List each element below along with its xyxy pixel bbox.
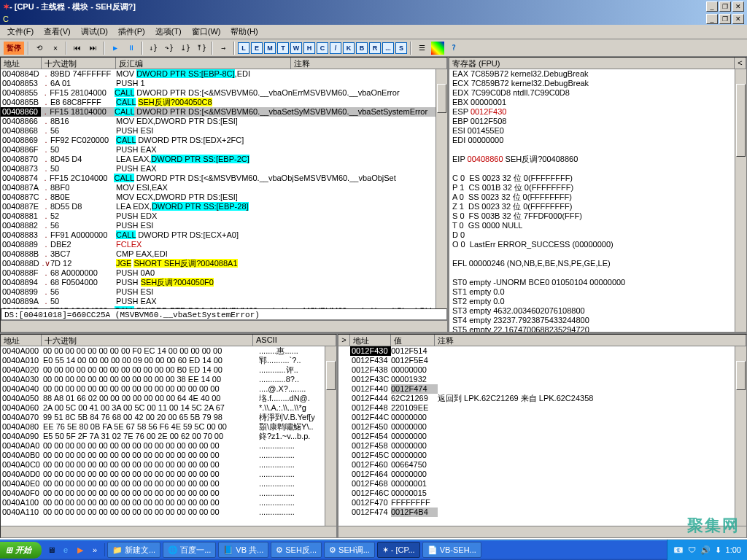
taskbar-item[interactable]: 📘VB 共... [218,542,268,558]
stack-row[interactable]: 0012F4400012F474 [338,384,746,394]
stepinto-button[interactable]: ↓} [146,41,160,55]
taskbar-item[interactable]: 📁新建文... [107,542,160,558]
disasm-row[interactable]: 0040889A.50PUSH EAX [1,297,447,306]
disasm-row[interactable]: 0040887A.8BF0MOV ESI,EAX [1,183,447,192]
stepfwd-button[interactable]: ⏭ [86,41,101,55]
restart-button[interactable]: ⟲ [32,41,47,55]
col-hex[interactable]: 十六进制 [42,58,116,69]
menu-file[interactable]: 文件(F) [3,25,38,39]
hex-row[interactable]: 0040A080EE 76 5E 80 0B FA 5E 67 58 56 F6… [1,422,336,432]
register-line[interactable] [449,145,746,155]
goto-button[interactable]: → [216,41,231,55]
hex-row[interactable]: 0040A010E0 55 14 00 00 00 00 00 09 00 00… [1,356,336,365]
col-address[interactable]: 地址 [1,335,42,346]
hex-row[interactable]: 0040A0B000 00 00 00 00 00 00 00 00 00 00… [1,451,336,460]
minimize-button[interactable]: _ [706,1,718,12]
register-line[interactable]: Z 1 DS 0023 32 位 0(FFFFFFFF) [449,202,746,211]
register-line[interactable]: ST4 empty 23237.7923875433244800 [449,316,746,325]
register-line[interactable]: ECX 7C859B72 kernel32.DebugBreak [449,79,746,88]
tillret-button[interactable]: ⤒} [194,41,209,55]
register-line[interactable]: C 0 ES 0023 32 位 0(FFFFFFFF) [449,174,746,183]
letter-button-t[interactable]: T [277,42,289,54]
stack-row[interactable]: 0012F46800000001 [338,479,746,489]
run-button[interactable]: ▶ [108,41,123,55]
stack-row[interactable]: 0012F44C00000000 [338,413,746,422]
hex-row[interactable]: 0040A0602A 00 5C 00 41 00 3A 00 5C 00 11… [1,403,336,413]
stack-row[interactable]: 0012F45C00000000 [338,451,746,460]
help-button[interactable]: ? [446,41,461,55]
col-disasm[interactable]: 反汇编 [116,58,291,69]
menu-options[interactable]: 选项(T) [151,25,186,39]
stack-hscroll[interactable] [338,526,746,537]
col-address[interactable]: 地址 [1,58,42,69]
register-line[interactable]: ST2 empty 0.0 [449,297,746,306]
taskbar-item[interactable]: ⚙SEH调... [324,542,375,558]
stack-row[interactable]: 0012F46400000000 [338,470,746,479]
disasm-row[interactable]: 0040889B.FF15 1C104000CALL DWORD PTR DS:… [1,306,447,308]
close-button[interactable]: ✕ [732,1,744,12]
disasm-row[interactable]: 00408868.56PUSH ESI [1,126,447,136]
tray-icon[interactable]: 🔊 [700,545,711,555]
stack-row[interactable]: 0012F4740012F4B4 [338,508,746,517]
col-value[interactable]: 值 [391,335,435,346]
stack-row[interactable]: 0012F43C00001932 [338,375,746,384]
disasm-row[interactable]: 00408874.FF15 2C104000CALL DWORD PTR DS:… [1,174,447,183]
menu-debug[interactable]: 调试(D) [77,25,112,39]
letter-button-s[interactable]: S [395,42,407,54]
pause-button[interactable]: ⏸ [124,41,139,55]
disasm-row[interactable]: 00408889.DBE2FCLEX [1,240,447,249]
disasm-row[interactable]: 00408882.56PUSH ESI [1,221,447,230]
tray-icon[interactable]: 📧 [673,545,684,555]
close-prog-button[interactable]: ✕ [48,41,63,55]
stack-row[interactable]: 0012F448220109EE [338,403,746,413]
options-button[interactable]: ☰ [414,41,429,55]
register-line[interactable]: S 0 FS 003B 32 位 7FFDF000(FFF) [449,211,746,221]
maximize-button[interactable]: ❐ [719,1,731,12]
taskbar-item[interactable]: ✶- [CP... [377,542,420,558]
stack-row[interactable]: 0012F45400000000 [338,432,746,441]
tray-icon[interactable]: ⬇ [715,545,721,555]
register-line[interactable]: ST3 empty 4632.0034602076108800 [449,306,746,316]
ql-desktop-icon[interactable]: 🖥 [44,543,58,556]
disasm-row[interactable]: 0040888D.∨7D 12JGE SHORT SEH反调?004088A1 [1,259,447,268]
stack-scrollbar[interactable] [735,346,746,526]
col-hex[interactable]: 十六进制 [42,335,253,346]
register-line[interactable]: EBX 00000001 [449,98,746,107]
stack-row[interactable]: 0012F4340012F5E4 [338,356,746,365]
hex-row[interactable]: 0040A05088 A8 01 66 02 00 00 00 00 00 00… [1,394,336,403]
menu-view[interactable]: 查看(V) [39,25,75,39]
hex-row[interactable]: 0040A10000 00 00 00 00 00 00 00 00 00 00… [1,498,336,508]
disasm-row[interactable]: 0040884D.89BD 74FFFFFFMOV DWORD PTR SS:[… [1,69,447,79]
stack-row[interactable]: 0012F43800000000 [338,365,746,375]
hex-row[interactable]: 0040A03000 00 00 00 00 00 00 00 00 00 00… [1,375,336,384]
register-line[interactable]: A 0 SS 0023 32 位 0(FFFFFFFF) [449,192,746,202]
register-line[interactable]: EBP 0012F508 [449,117,746,126]
register-line[interactable]: ST1 empty 0.0 [449,287,746,297]
registers-toggle[interactable]: < [735,58,746,69]
mdi-close-button[interactable]: ✕ [732,14,744,24]
stack-row[interactable]: 0012F44462C21269返回到 LPK.62C21269 来自 LPK.… [338,394,746,403]
disasm-row[interactable]: 00408853.6A 01PUSH 1 [1,79,447,88]
stack-row[interactable]: 0012F470FFFFFFFF [338,498,746,508]
system-tray[interactable]: 📧 🛡 🔊 ⬇ 1:00 [667,540,747,560]
registers-pane[interactable]: 寄存器 (FPU) < EAX 7C859B72 kernel32.DebugB… [448,57,747,332]
appearance-button[interactable] [430,41,445,55]
letter-button-k[interactable]: K [343,42,355,54]
disasm-row[interactable]: 0040888B.3BC7CMP EAX,EDI [1,249,447,259]
register-line[interactable] [449,164,746,174]
hex-row[interactable]: 0040A0D000 00 00 00 00 00 00 00 00 00 00… [1,470,336,479]
ql-ie-icon[interactable]: e [59,543,72,556]
hex-row[interactable]: 0040A0F000 00 00 00 00 00 00 00 00 00 00… [1,489,336,498]
register-line[interactable]: D 0 [449,230,746,240]
menu-window[interactable]: 窗口(W) [187,25,225,39]
stack-row[interactable]: 0012F4300012F514 [338,346,746,356]
registers-title[interactable]: 寄存器 (FPU) [449,58,735,69]
hex-row[interactable]: 0040A00000 00 00 00 00 00 00 00 F0 EC 14… [1,346,336,356]
register-line[interactable]: ESI 001455E0 [449,126,746,136]
hex-row[interactable]: 0040A07099 51 8C 5B 84 76 68 00 42 00 20… [1,413,336,422]
register-line[interactable]: ST5 empty 22.1674700688235294720 [449,325,746,332]
letter-button-w[interactable]: W [290,42,302,54]
mdi-restore-button[interactable]: ❐ [719,14,731,24]
stack-toggle[interactable]: > [338,335,350,346]
disasm-row[interactable]: 00408883.FF91 A0000000CALL DWORD PTR DS:… [1,230,447,240]
